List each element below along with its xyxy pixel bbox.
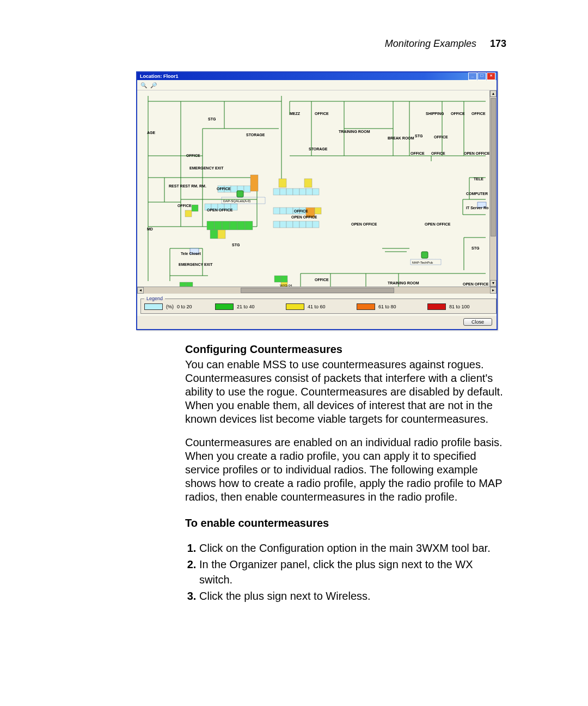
svg-rect-94 [237, 191, 243, 197]
svg-rect-59 [304, 179, 312, 187]
svg-text:OPEN OFFICE: OPEN OFFICE [463, 282, 489, 286]
svg-text:MD: MD [147, 227, 153, 231]
svg-rect-93 [186, 282, 193, 287]
page-number: 173 [490, 38, 506, 49]
scroll-up-arrow[interactable]: ▴ [490, 90, 497, 97]
svg-rect-52 [280, 188, 286, 195]
svg-text:BREAK ROOM: BREAK ROOM [388, 136, 414, 140]
svg-text:OPEN OFFICE: OPEN OFFICE [351, 222, 377, 226]
floorplan-canvas[interactable]: ▴ ▾ [137, 90, 497, 287]
scroll-right-arrow[interactable]: ▸ [490, 287, 497, 294]
svg-text:SHIPPING: SHIPPING [426, 112, 444, 115]
svg-rect-65 [192, 205, 198, 211]
svg-text:OPEN OFFICE: OPEN OFFICE [464, 151, 490, 155]
svg-text:REST REST RM.  RM.: REST REST RM. RM. [169, 184, 206, 188]
legend-box: Legend (%) 0 to 20 21 to 40 41 to 60 61 … [140, 296, 497, 314]
svg-text:STORAGE: STORAGE [246, 133, 265, 137]
svg-text:AGE: AGE [147, 131, 156, 135]
legend-label-3: 61 to 80 [378, 304, 396, 309]
svg-rect-68 [280, 208, 286, 214]
titlebar[interactable]: Location: Floor1 _ □ × [137, 72, 497, 80]
horizontal-scroll-thumb[interactable] [241, 288, 394, 293]
legend-swatch-4: 81 to 100 [427, 303, 493, 310]
svg-text:OFFICE: OFFICE [315, 112, 329, 115]
svg-rect-91 [281, 276, 287, 282]
svg-rect-81 [218, 230, 225, 239]
svg-rect-56 [306, 188, 313, 195]
svg-rect-73 [315, 208, 321, 214]
vertical-scroll-thumb[interactable] [491, 98, 496, 236]
section-title: Monitoring Examples [385, 38, 476, 49]
step-2: In the Organizer panel, click the plus s… [199, 557, 506, 587]
svg-text:OFFICE: OFFICE [217, 187, 231, 191]
window-maximize-button[interactable]: □ [477, 72, 486, 80]
svg-text:OFFICE: OFFICE [471, 112, 486, 115]
legend-swatch-1: 21 to 40 [215, 303, 280, 310]
svg-rect-78 [237, 221, 245, 230]
svg-rect-87 [306, 221, 313, 228]
legend-title: Legend [144, 296, 165, 301]
svg-text:IT Server Ro: IT Server Ro [466, 206, 488, 210]
scroll-down-arrow[interactable]: ▾ [490, 280, 497, 287]
svg-rect-86 [299, 221, 306, 228]
steps-list: Click on the Configuration option in the… [185, 540, 506, 604]
svg-text:STG: STG [232, 243, 240, 247]
svg-rect-88 [313, 221, 319, 228]
close-button[interactable]: Close [463, 318, 492, 326]
location-window: Location: Floor1 _ □ × 🔍 🔎 ▴ ▾ [136, 71, 498, 330]
svg-text:EMERGENCY EXIT: EMERGENCY EXIT [179, 263, 213, 266]
heading-enable: To enable countermeasures [185, 517, 506, 530]
svg-rect-84 [286, 221, 293, 228]
svg-rect-82 [273, 221, 280, 228]
svg-rect-57 [313, 188, 319, 195]
step-3: Click the plus sign next to Wireless. [199, 588, 506, 604]
legend-label-0: 0 to 20 [177, 304, 192, 309]
legend-label-4: 81 to 100 [449, 304, 470, 309]
legend-swatch-0: (%) 0 to 20 [144, 303, 210, 310]
running-header: Monitoring Examples 173 [82, 38, 506, 50]
svg-rect-67 [273, 208, 280, 214]
legend-label-1: 21 to 40 [237, 304, 255, 309]
ap-label-map: MAP-TechPub [412, 261, 433, 264]
floorplan-svg: DAP-SQALab(A-0) MAP-TechPub WXS-04 STG M… [137, 90, 490, 287]
toolbar: 🔍 🔎 [137, 80, 497, 90]
svg-rect-66 [185, 210, 192, 217]
horizontal-scrollbar[interactable]: ◂ ▸ [137, 287, 497, 294]
window-close-button[interactable]: × [487, 72, 495, 80]
svg-text:OFFICE: OFFICE [315, 278, 329, 282]
svg-text:OFFICE: OFFICE [451, 112, 465, 115]
paragraph-cm-2: Countermeasures are enabled on an indivi… [185, 436, 506, 504]
svg-text:EMERGENCY EXIT: EMERGENCY EXIT [189, 166, 224, 170]
svg-text:TELE: TELE [474, 177, 483, 181]
window-minimize-button[interactable]: _ [468, 72, 477, 80]
svg-rect-96 [421, 252, 428, 258]
svg-text:OPEN OFFICE: OPEN OFFICE [291, 215, 317, 219]
svg-rect-58 [279, 179, 286, 187]
scroll-left-arrow[interactable]: ◂ [137, 287, 144, 294]
svg-rect-79 [245, 221, 253, 230]
legend-swatch-3: 61 to 80 [357, 303, 422, 310]
svg-text:COMPUTER: COMPUTER [466, 192, 488, 196]
svg-text:TRAINING ROOM: TRAINING ROOM [339, 130, 370, 133]
svg-rect-76 [222, 221, 230, 230]
svg-rect-80 [210, 230, 218, 239]
svg-text:MEZZ: MEZZ [290, 112, 301, 115]
zoom-in-icon[interactable]: 🔍 [140, 82, 147, 88]
svg-text:OFFICE: OFFICE [186, 154, 200, 157]
svg-rect-69 [286, 208, 293, 214]
svg-text:OFFICE: OFFICE [431, 151, 445, 155]
svg-text:OFFICE: OFFICE [177, 204, 192, 208]
zoom-out-icon[interactable]: 🔎 [150, 82, 157, 88]
svg-text:OFFICE: OFFICE [434, 135, 448, 139]
svg-rect-75 [215, 221, 222, 230]
svg-rect-90 [274, 276, 281, 282]
vertical-scrollbar[interactable]: ▴ ▾ [489, 90, 497, 287]
svg-text:OPEN OFFICE: OPEN OFFICE [425, 222, 451, 226]
svg-rect-49 [244, 186, 250, 192]
svg-rect-85 [293, 221, 299, 228]
svg-text:OPEN OFFICE: OPEN OFFICE [207, 208, 233, 212]
svg-text:STG: STG [471, 246, 480, 250]
heading-configuring: Configuring Countermeasures [185, 343, 506, 356]
dialog-button-bar: Close [137, 316, 497, 329]
svg-rect-47 [231, 186, 237, 192]
